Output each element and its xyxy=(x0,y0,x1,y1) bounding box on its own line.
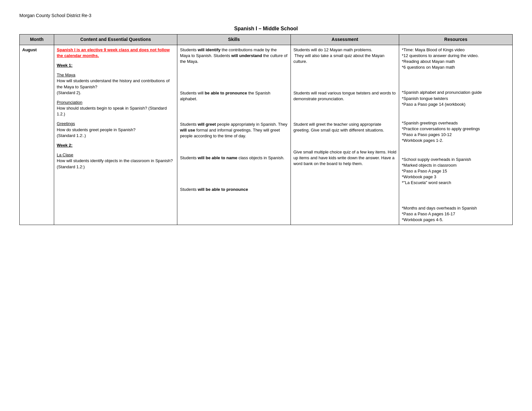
skill-1: Students will identify the contributions… xyxy=(180,47,288,65)
skill-5: Students will be able to pronounce xyxy=(180,187,288,192)
course-title: Spanish I – Middle School xyxy=(19,26,513,32)
skills-cell: Students will identify the contributions… xyxy=(177,45,291,225)
header-skills: Skills xyxy=(177,34,291,45)
assessment-cell: Students will do 12 Mayan math problems.… xyxy=(291,45,399,225)
month-cell: August xyxy=(20,45,54,225)
skill-3: Students will greet people appropriately… xyxy=(180,122,288,139)
skill-4: Students will be able to name class obje… xyxy=(180,155,288,161)
resource-4: *School supply overheads in Spanish *Mar… xyxy=(402,157,510,186)
content-cell: Spanish I is an elective 9 week class an… xyxy=(54,45,177,225)
content-week2: Week 2: xyxy=(57,142,174,148)
header-assessment: Assessment xyxy=(291,34,399,45)
content-maya: The Maya How will students understand th… xyxy=(57,72,174,96)
content-la-clase: La Clase How will students identify obje… xyxy=(57,152,174,170)
content-week1: Week 1: xyxy=(57,63,174,68)
district-title: Morgan County School District Re-3 xyxy=(19,13,513,18)
content-greetings: Greetings How do students greet people i… xyxy=(57,121,174,139)
content-red-notice: Spanish I is an elective 9 week class an… xyxy=(57,47,174,59)
resource-1: *Time: Maya Blood of Kings video *12 que… xyxy=(402,47,510,71)
resource-3: *Spanish greetings overheads *Practice c… xyxy=(402,120,510,144)
assessment-1: Students will do 12 Mayan math problems.… xyxy=(293,47,396,65)
header-content: Content and Essential Questions xyxy=(54,34,177,45)
skill-2: Students will be able to pronounce the S… xyxy=(180,90,288,102)
assessment-2: Students will read various tongue twiste… xyxy=(293,90,396,102)
resources-cell: *Time: Maya Blood of Kings video *12 que… xyxy=(399,45,513,225)
assessment-4: Give small multiple choice quiz of a few… xyxy=(293,149,396,167)
table-row: August Spanish I is an elective 9 week c… xyxy=(20,45,513,225)
resource-5: *Months and days overheads in Spanish *P… xyxy=(402,205,510,223)
header-month: Month xyxy=(20,34,54,45)
assessment-3: Student will greet the teacher using app… xyxy=(293,122,396,133)
curriculum-table: Month Content and Essential Questions Sk… xyxy=(19,34,513,225)
header-resources: Resources xyxy=(399,34,513,45)
content-pronunciation: Pronunciation How should students begin … xyxy=(57,100,174,117)
resource-2: *Spanish alphabet and pronunciation guid… xyxy=(402,90,510,107)
